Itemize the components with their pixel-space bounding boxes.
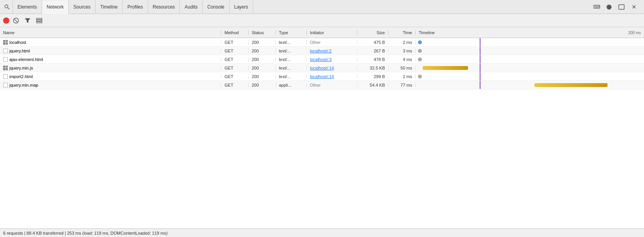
row-method-cell: GET [221,57,249,62]
svg-line-4 [15,19,17,22]
grid-icon [3,40,8,45]
timeline-bar-grey [418,58,422,61]
row-size-cell: 32.5 KB [357,66,388,70]
top-nav: ElementsNetworkSourcesTimelineProfilesRe… [0,0,644,14]
table-row[interactable]: jquery.htmlGET200text/...localhost/:2267… [0,47,644,55]
row-name-cell: jquery.min.js [0,66,221,70]
row-method-cell: GET [221,66,249,70]
initiator-link[interactable]: localhost/:3 [310,57,332,62]
table-row[interactable]: import2.htmlGET200text/...localhost/:142… [0,72,644,81]
svg-rect-2 [619,5,624,9]
row-timeline-cell [416,55,644,63]
row-name-cell: localhost [0,40,221,45]
row-time-cell: 2 ms [388,74,416,79]
nav-tab-layers[interactable]: Layers [230,0,253,14]
row-time-cell: 77 ms [388,83,416,87]
col-header-timeline[interactable]: Timeline 200 ms [416,30,644,35]
grid-icon [3,66,8,70]
initiator-link[interactable]: localhost/:2 [310,49,332,53]
svg-point-0 [5,5,8,8]
row-name-text: ajax-element.html [9,57,43,62]
col-header-type[interactable]: Type [276,30,307,35]
timeline-vertical-line [480,72,480,80]
svg-rect-8 [37,22,42,23]
timeline-bar-grey [418,49,422,53]
row-type-cell: text/... [276,57,307,62]
search-icon[interactable] [2,2,12,12]
row-initiator-cell[interactable]: localhost/:2 [307,49,357,53]
row-status-cell: 200 [249,49,276,53]
row-initiator-cell: Other [307,40,357,45]
settings-button[interactable] [604,2,614,12]
network-toolbar [0,14,644,27]
table-header: Name Method Status Type Initiator Size T… [0,27,644,38]
initiator-link[interactable]: localhost/:14 [310,66,334,70]
table-row[interactable]: jquery.min.mapGET200appli...Other54.4 KB… [0,81,644,89]
row-size-cell: 478 B [357,57,388,62]
row-size-cell: 267 B [357,49,388,53]
row-initiator-cell[interactable]: localhost/:14 [307,66,357,70]
nav-tab-console[interactable]: Console [203,0,230,14]
clear-button[interactable] [11,16,21,26]
row-name-text: jquery.min.js [9,66,33,70]
row-timeline-cell [416,38,644,46]
row-timeline-cell [416,72,644,80]
row-method-cell: GET [221,49,249,53]
row-status-cell: 200 [249,66,276,70]
table-row[interactable]: localhostGET200text/...Other475 B2 ms [0,38,644,47]
row-type-cell: text/... [276,74,307,79]
timeline-bar-gold-far [534,83,607,87]
row-type-cell: text/... [276,66,307,70]
row-size-cell: 54.4 KB [357,83,388,87]
filter-button[interactable] [23,16,33,26]
row-initiator-cell[interactable]: localhost/:3 [307,57,357,62]
row-timeline-cell [416,47,644,55]
row-status-cell: 200 [249,40,276,45]
dock-button[interactable] [616,2,627,12]
nav-tab-audits[interactable]: Audits [180,0,202,14]
table-row[interactable]: jquery.min.jsGET200text/...localhost/:14… [0,64,644,72]
col-header-name[interactable]: Name [0,30,221,35]
row-size-cell: 299 B [357,74,388,79]
col-header-size[interactable]: Size [357,30,388,35]
nav-tab-elements[interactable]: Elements [12,0,42,14]
row-time-cell: 2 ms [388,40,416,45]
row-name-cell: jquery.html [0,49,221,53]
row-initiator-cell: Other [307,83,357,87]
row-name-text: jquery.min.map [9,83,38,87]
row-name-cell: jquery.min.map [0,83,221,87]
initiator-link[interactable]: localhost/:14 [310,74,334,79]
nav-tab-profiles[interactable]: Profiles [123,0,148,14]
timeline-vertical-line [480,55,480,63]
timeline-vertical-line [480,64,480,72]
row-method-cell: GET [221,83,249,87]
nav-tab-network[interactable]: Network [42,0,69,14]
checkbox-icon [3,74,8,79]
nav-tab-sources[interactable]: Sources [69,0,96,14]
console-drawer-button[interactable]: ⌨ [591,2,602,12]
checkbox-icon [3,83,8,87]
preserve-log-button[interactable] [34,16,44,26]
nav-tab-timeline[interactable]: Timeline [96,0,123,14]
col-header-method[interactable]: Method [221,30,249,35]
row-initiator-cell[interactable]: localhost/:14 [307,74,357,79]
nav-tab-resources[interactable]: Resources [148,0,180,14]
timeline-bar-grey [418,75,422,78]
svg-rect-6 [37,18,42,19]
timeline-vertical-line [480,81,480,89]
record-button[interactable] [3,17,9,24]
svg-rect-7 [37,20,42,21]
checkbox-icon [3,49,8,53]
row-timeline-cell [416,81,644,89]
col-header-initiator[interactable]: Initiator [307,30,357,35]
svg-marker-5 [25,18,30,23]
col-header-status[interactable]: Status [249,30,276,35]
row-time-cell: 50 ms [388,66,416,70]
col-header-time[interactable]: Time [388,30,416,35]
close-button[interactable]: ✕ [628,2,639,12]
checkbox-icon [3,57,8,62]
row-name-cell: import2.html [0,74,221,79]
table-row[interactable]: ajax-element.htmlGET200text/...localhost… [0,55,644,64]
timeline-vertical-line [480,38,480,46]
nav-right-controls: ⌨ ✕ [591,2,642,12]
